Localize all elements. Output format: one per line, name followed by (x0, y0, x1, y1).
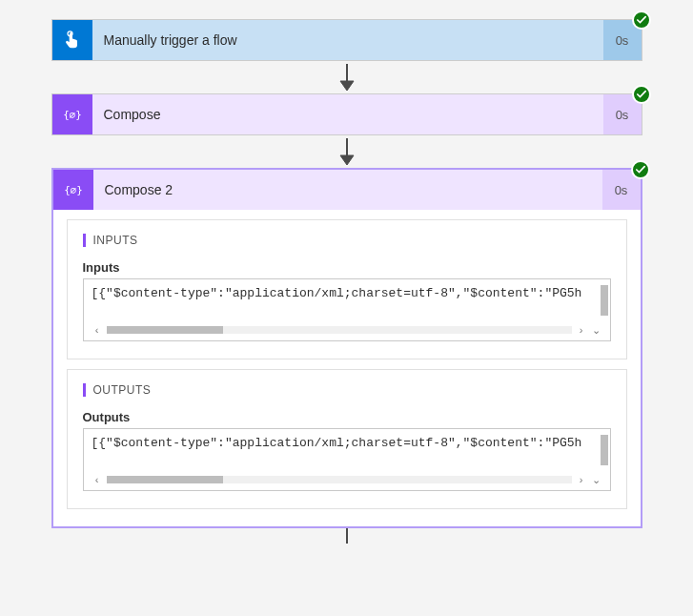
svg-marker-5 (340, 155, 354, 165)
inputs-field-label: Inputs (83, 260, 611, 275)
card-header: {∅} Compose 0s (52, 94, 642, 134)
card-header: {∅} Compose 2 0s (53, 170, 641, 210)
outputs-section-title: OUTPUTS (83, 383, 611, 397)
scroll-thumb[interactable] (107, 476, 223, 483)
chevron-down-icon[interactable]: ⌄ (591, 474, 602, 485)
card-title: Compose 2 (93, 170, 602, 210)
scroll-left-icon[interactable]: ‹ (92, 474, 103, 485)
datacode-icon: {∅} (53, 170, 93, 210)
connector-line (346, 528, 348, 544)
scroll-row: ‹ › ⌄ (92, 473, 602, 486)
success-badge (632, 10, 651, 30)
scroll-right-icon[interactable]: › (576, 324, 587, 336)
touch-icon (52, 20, 92, 60)
outputs-field-label: Outputs (83, 410, 611, 424)
outputs-section: OUTPUTS Outputs [{"$content-type":"appli… (67, 369, 627, 509)
vertical-scrollbar[interactable] (601, 285, 608, 316)
compose2-card[interactable]: {∅} Compose 2 0s INPUTS Inputs [{"$conte… (51, 168, 642, 528)
outputs-field[interactable]: [{"$content-type":"application/xml;chars… (83, 428, 611, 491)
vertical-scrollbar[interactable] (601, 435, 608, 465)
success-badge (632, 85, 651, 104)
svg-marker-2 (340, 81, 354, 91)
horizontal-scrollbar[interactable] (107, 326, 572, 334)
scroll-left-icon[interactable]: ‹ (92, 324, 103, 336)
compose-card[interactable]: {∅} Compose 0s (51, 93, 642, 135)
scroll-thumb[interactable] (107, 326, 223, 334)
trigger-card[interactable]: Manually trigger a flow 0s (51, 19, 642, 61)
success-badge (631, 160, 650, 179)
inputs-section-title: INPUTS (83, 234, 611, 247)
chevron-down-icon[interactable]: ⌄ (591, 324, 602, 336)
card-title: Compose (92, 94, 603, 134)
connector-arrow (336, 135, 357, 168)
scroll-right-icon[interactable]: › (576, 474, 587, 485)
outputs-value: [{"$content-type":"application/xml;chars… (92, 435, 602, 471)
inputs-value: [{"$content-type":"application/xml;chars… (92, 285, 602, 321)
card-header: Manually trigger a flow 0s (52, 20, 642, 60)
card-title: Manually trigger a flow (92, 20, 603, 60)
svg-text:{∅}: {∅} (64, 184, 83, 196)
horizontal-scrollbar[interactable] (107, 476, 572, 483)
inputs-field[interactable]: [{"$content-type":"application/xml;chars… (83, 278, 611, 341)
svg-text:{∅}: {∅} (63, 109, 82, 121)
card-body: INPUTS Inputs [{"$content-type":"applica… (53, 210, 641, 526)
connector-arrow (336, 61, 357, 93)
inputs-section: INPUTS Inputs [{"$content-type":"applica… (67, 219, 627, 359)
flow-run-history: Manually trigger a flow 0s {∅} Compose 0… (48, 19, 645, 544)
scroll-row: ‹ › ⌄ (92, 323, 602, 337)
datacode-icon: {∅} (52, 94, 92, 134)
